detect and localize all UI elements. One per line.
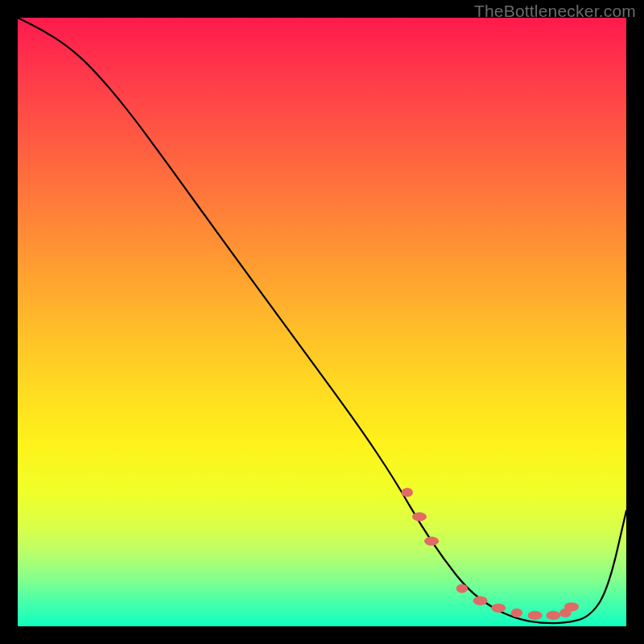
curve-marker — [511, 609, 522, 617]
bottleneck-curve — [18, 18, 626, 623]
plot-area — [18, 18, 626, 626]
curve-marker — [528, 611, 543, 620]
curve-marker — [473, 597, 488, 605]
marker-layer — [402, 488, 579, 620]
chart-frame: TheBottlenecker.com — [0, 0, 644, 644]
curve-marker — [456, 584, 468, 593]
curve-marker — [424, 537, 439, 546]
curve-marker — [402, 488, 413, 497]
chart-svg — [18, 18, 626, 626]
watermark-text: TheBottlenecker.com — [474, 2, 636, 21]
curve-marker — [412, 512, 427, 521]
curve-marker — [491, 604, 506, 613]
curve-marker — [564, 602, 579, 611]
curve-marker — [546, 611, 560, 620]
